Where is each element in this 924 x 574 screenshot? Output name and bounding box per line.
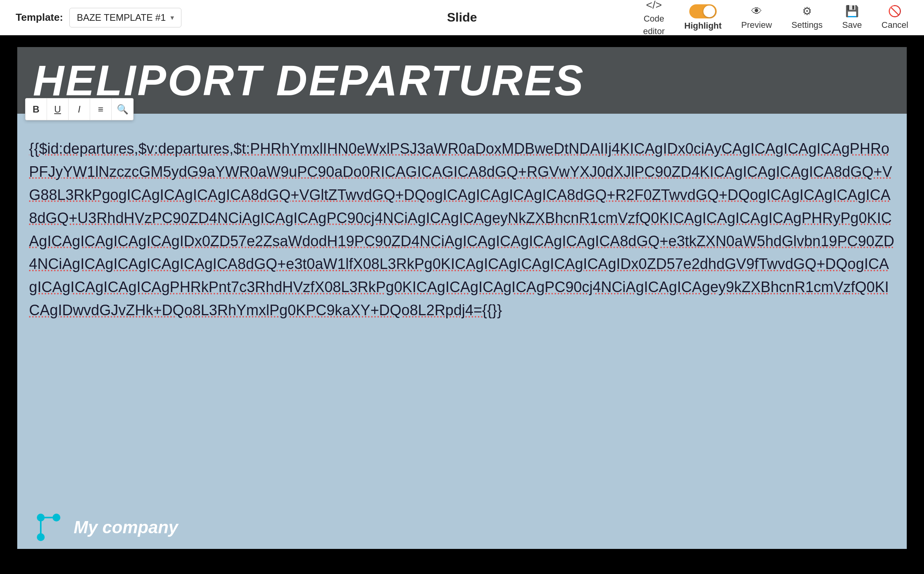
save-label: Save bbox=[842, 20, 862, 30]
chevron-down-icon: ▾ bbox=[170, 13, 174, 22]
logo-icon bbox=[33, 510, 64, 545]
highlight-toggle[interactable]: Highlight bbox=[684, 4, 721, 31]
cancel-button[interactable]: 🚫 Cancel bbox=[882, 5, 908, 30]
slide-area: HELIPORT DEPARTURES B U I ≡ 🔍 {{$id:depa… bbox=[0, 35, 924, 574]
company-logo: My company bbox=[33, 510, 178, 545]
template-content[interactable]: {{$id:departures,$v:departures,$t:PHRhYm… bbox=[17, 129, 907, 502]
template-dropdown[interactable]: BAZE TEMPLATE #1 ▾ bbox=[69, 8, 181, 27]
preview-button[interactable]: 👁 Preview bbox=[741, 5, 772, 30]
toggle-knob bbox=[703, 5, 715, 17]
code-editor-label2: editor bbox=[643, 26, 665, 36]
template-value: BAZE TEMPLATE #1 bbox=[77, 12, 166, 23]
code-icon: </> bbox=[646, 0, 662, 11]
settings-label: Settings bbox=[792, 20, 823, 30]
template-code[interactable]: {{$id:departures,$v:departures,$t:PHRhYm… bbox=[29, 137, 895, 322]
save-icon: 💾 bbox=[845, 5, 859, 18]
code-editor-button[interactable]: </> Code editor bbox=[643, 0, 665, 36]
search-button[interactable]: 🔍 bbox=[112, 98, 133, 120]
save-button[interactable]: 💾 Save bbox=[842, 5, 862, 30]
slide-label: Slide bbox=[447, 10, 477, 25]
slide-header: HELIPORT DEPARTURES bbox=[17, 47, 907, 114]
toolbar-right: </> Code editor Highlight 👁 Preview ⚙ Se… bbox=[643, 0, 908, 36]
settings-button[interactable]: ⚙ Settings bbox=[792, 5, 823, 30]
toolbar: Template: BAZE TEMPLATE #1 ▾ Slide </> C… bbox=[0, 0, 924, 35]
slide-canvas[interactable]: HELIPORT DEPARTURES B U I ≡ 🔍 {{$id:depa… bbox=[17, 47, 907, 549]
gear-icon: ⚙ bbox=[802, 5, 812, 18]
slide-footer: My company bbox=[17, 506, 907, 549]
preview-icon: 👁 bbox=[751, 5, 762, 18]
cancel-label: Cancel bbox=[882, 20, 908, 30]
bold-button[interactable]: B bbox=[25, 98, 47, 120]
underline-button[interactable]: U bbox=[47, 98, 69, 120]
template-label: Template: bbox=[16, 11, 63, 24]
toggle-switch[interactable] bbox=[689, 4, 717, 18]
italic-button[interactable]: I bbox=[69, 98, 90, 120]
company-name: My company bbox=[74, 518, 178, 537]
slide-title: HELIPORT DEPARTURES bbox=[33, 59, 891, 102]
cancel-icon: 🚫 bbox=[888, 5, 902, 18]
code-editor-label: Code bbox=[643, 14, 664, 24]
preview-label: Preview bbox=[741, 20, 772, 30]
text-edit-toolbar: B U I ≡ 🔍 bbox=[25, 98, 134, 120]
list-button[interactable]: ≡ bbox=[90, 98, 112, 120]
highlight-label: Highlight bbox=[684, 21, 721, 31]
